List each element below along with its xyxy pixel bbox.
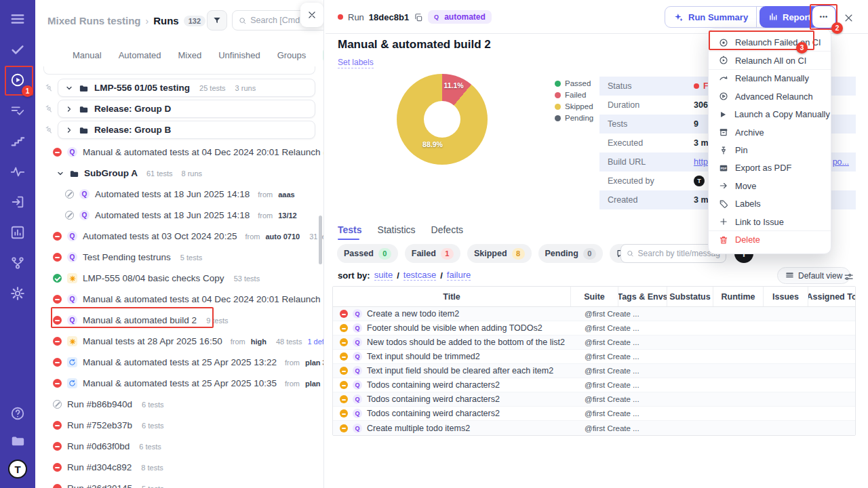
- menu-item-relaunch-manually[interactable]: Relaunch Manually: [709, 70, 831, 87]
- settings-gear-icon[interactable]: [9, 285, 26, 302]
- table-row[interactable]: Text input field should be cleared after…: [333, 364, 855, 378]
- menu-item-export-pdf[interactable]: Export as PDF: [709, 159, 831, 177]
- test-suite[interactable]: @first Create ...: [571, 352, 856, 361]
- run-row[interactable]: Automated tests at 18 Jun 2025 14:18 fro…: [35, 205, 323, 226]
- close-panel-button[interactable]: [300, 3, 323, 27]
- menu-item-move[interactable]: Move: [709, 177, 831, 195]
- table-row[interactable]: Create multiple todo items2 @first Creat…: [333, 421, 855, 435]
- run-title[interactable]: Manual & automated tests at 25 Apr 2025 …: [83, 378, 277, 388]
- run-title[interactable]: Manual & automated tests at 04 Dec 2024 …: [83, 294, 320, 304]
- group-title[interactable]: LMP-556 01/05 testing: [94, 83, 190, 93]
- projects-folder-icon[interactable]: [9, 432, 26, 449]
- table-row[interactable]: New todos should be added to the bottom …: [333, 336, 855, 350]
- menu-item-relaunch-all-ci[interactable]: Relaunch All on CI: [709, 52, 831, 69]
- run-row[interactable]: Run #26d30145 5 tests: [35, 478, 323, 488]
- tab-mixed[interactable]: Mixed: [178, 50, 202, 60]
- filter-button[interactable]: [207, 10, 227, 30]
- test-suite[interactable]: @first Create ...: [571, 424, 856, 432]
- run-defects-count[interactable]: 1 defects: [307, 338, 323, 346]
- sort-testcase-link[interactable]: testcase: [403, 270, 436, 281]
- chevron-right-icon[interactable]: [65, 104, 73, 114]
- run-title[interactable]: Manual & automated tests at 25 Apr 2025 …: [83, 357, 277, 367]
- table-row[interactable]: Footer should be visible when adding TOD…: [333, 321, 855, 336]
- skipped-filter-chip[interactable]: Skipped8: [467, 244, 532, 263]
- run-title[interactable]: Manual tests at 28 Apr 2025 16:50: [83, 336, 222, 346]
- test-suite[interactable]: @first Create ...: [571, 395, 856, 403]
- table-row[interactable]: Todos containing weird characters2 @firs…: [333, 407, 855, 421]
- test-suite[interactable]: @first Create ...: [571, 310, 856, 318]
- menu-icon[interactable]: [9, 11, 26, 27]
- passed-filter-chip[interactable]: Passed0: [337, 244, 398, 263]
- col-issues[interactable]: Issues: [764, 287, 808, 306]
- test-title[interactable]: Todos containing weird characters2: [367, 409, 500, 418]
- close-detail-icon[interactable]: [844, 11, 854, 23]
- tab-statistics[interactable]: Statistics: [378, 224, 416, 240]
- run-title[interactable]: Run #b86b940d: [67, 399, 132, 409]
- run-row[interactable]: Manual & automated tests at 04 Dec 2024 …: [35, 142, 323, 163]
- stairs-icon[interactable]: [9, 133, 26, 149]
- sign-in-icon[interactable]: [9, 194, 26, 210]
- run-title[interactable]: Automated tests at 18 Jun 2025 14:18: [95, 210, 250, 220]
- menu-item-link-to-issue[interactable]: Link to Issue: [709, 213, 831, 230]
- run-row[interactable]: Manual & automated tests at 04 Dec 2024 …: [35, 289, 323, 310]
- run-title[interactable]: Automated tests at 03 Oct 2024 20:25: [83, 231, 237, 241]
- view-selector[interactable]: Default view: [777, 267, 850, 284]
- tab-unfinished[interactable]: Unfinished: [218, 50, 260, 60]
- run-title[interactable]: Manual & automated build 2: [83, 315, 197, 325]
- col-assigned-to[interactable]: Assigned To: [808, 287, 855, 306]
- breadcrumb-project[interactable]: Mixed Runs testing: [47, 15, 141, 26]
- runs-play-icon[interactable]: [9, 72, 26, 88]
- test-title[interactable]: Todos containing weird characters2: [367, 394, 500, 404]
- col-runtime[interactable]: Runtime: [713, 287, 764, 306]
- group-card[interactable]: Release: Group D: [58, 100, 315, 118]
- chevron-down-icon[interactable]: [56, 169, 64, 178]
- group-title[interactable]: Release: Group B: [94, 125, 171, 135]
- test-title[interactable]: Create a new todo item2: [367, 309, 459, 319]
- run-row[interactable]: Manual tests at 28 Apr 2025 16:50 from h…: [35, 331, 323, 352]
- menu-item-relaunch-failed-ci[interactable]: Relaunch Failed on CI: [709, 34, 831, 52]
- menu-item-advanced-relaunch[interactable]: Advanced Relaunch: [709, 87, 831, 105]
- menu-item-labels[interactable]: Labels: [709, 195, 831, 213]
- run-row[interactable]: Run #b86b940d 6 tests: [35, 394, 323, 415]
- run-row[interactable]: Run #0d63f0bd 6 tests: [35, 436, 323, 457]
- run-title[interactable]: Run #0d63f0bd: [67, 441, 130, 451]
- tab-defects[interactable]: Defects: [431, 224, 463, 240]
- scrollbar[interactable]: [319, 216, 322, 264]
- run-row-selected[interactable]: Manual & automated build 2 9 tests: [35, 310, 323, 331]
- group-title[interactable]: Release: Group D: [94, 104, 171, 114]
- run-row[interactable]: Test Pending testruns 5 tests: [35, 247, 323, 268]
- tab-automated[interactable]: Automated: [119, 50, 161, 60]
- run-row[interactable]: Manual & automated tests at 25 Apr 2025 …: [35, 352, 323, 373]
- test-title[interactable]: New todos should be added to the bottom …: [367, 338, 565, 347]
- test-suite[interactable]: @first Create ...: [571, 381, 856, 389]
- tests-search-input[interactable]: [638, 249, 720, 258]
- run-row[interactable]: Run #752eb37b 6 tests: [35, 415, 323, 436]
- tab-today[interactable]: To: [323, 47, 324, 63]
- run-row[interactable]: Manual & automated tests at 25 Apr 2025 …: [35, 373, 323, 394]
- run-title[interactable]: Run #26d30145: [67, 483, 132, 488]
- set-labels-link[interactable]: Set labels: [338, 58, 374, 68]
- test-title[interactable]: Text input field should be cleared after…: [367, 366, 553, 375]
- pulse-icon[interactable]: [9, 163, 26, 180]
- tab-groups[interactable]: Groups: [277, 50, 307, 60]
- copy-icon[interactable]: [414, 12, 423, 22]
- table-row[interactable]: Create a new todo item2 @first Create ..…: [333, 307, 855, 321]
- run-title[interactable]: Run #752eb37b: [67, 420, 132, 430]
- test-title[interactable]: Todos containing weird characters2: [367, 380, 500, 390]
- col-substatus[interactable]: Substatus: [667, 287, 713, 306]
- list-check-icon[interactable]: [9, 102, 26, 119]
- sort-failure-link[interactable]: failure: [447, 270, 471, 281]
- table-row[interactable]: Todos containing weird characters2 @firs…: [333, 392, 855, 407]
- run-row[interactable]: Automated tests at 18 Jun 2025 14:18 fro…: [35, 184, 323, 205]
- test-suite[interactable]: @first Create ...: [571, 409, 856, 418]
- col-suite[interactable]: Suite: [571, 287, 618, 306]
- chevron-right-icon[interactable]: [65, 125, 73, 135]
- user-avatar[interactable]: T: [8, 460, 27, 479]
- menu-item-delete[interactable]: Delete: [709, 230, 831, 248]
- run-title[interactable]: Manual & automated tests at 04 Dec 2024 …: [83, 147, 323, 157]
- menu-item-launch-copy[interactable]: Launch a Copy Manually: [709, 106, 831, 123]
- help-icon[interactable]: [9, 405, 26, 422]
- run-row[interactable]: Automated tests at 03 Oct 2024 20:25 fro…: [35, 226, 323, 247]
- tab-tests[interactable]: Tests: [338, 224, 362, 240]
- test-suite[interactable]: @first Create ...: [571, 324, 856, 332]
